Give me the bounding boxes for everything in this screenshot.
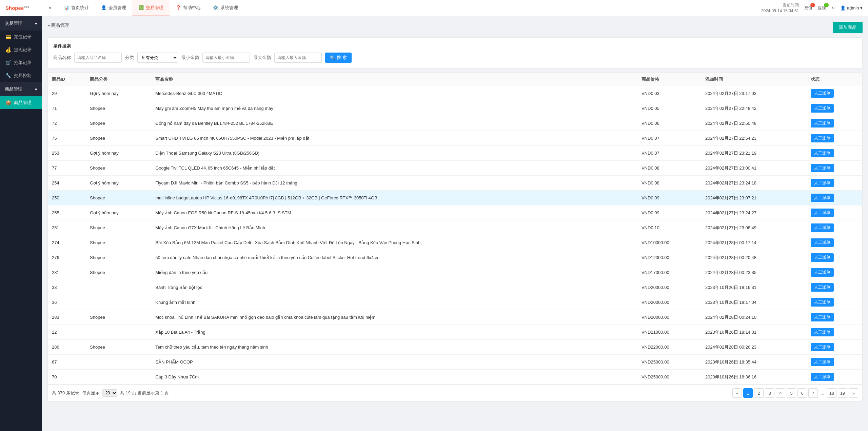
nav-item-home[interactable]: 📊 首页统计 xyxy=(58,0,95,16)
action-button[interactable]: 人工派单 xyxy=(811,298,834,307)
category-select[interactable]: 所有分类 xyxy=(137,53,178,63)
cell-id: 36 xyxy=(48,295,86,310)
action-button[interactable]: 人工派单 xyxy=(811,268,834,277)
table-row: 77 Shopee Google Tivi TCL QLED 4K 65 inc… xyxy=(48,161,862,176)
action-button[interactable]: 人工派单 xyxy=(811,373,834,381)
min-price-input[interactable] xyxy=(202,53,250,63)
cell-price: VND0.09 xyxy=(637,191,701,205)
page-19-button[interactable]: 19 xyxy=(838,388,847,398)
cell-time: 2024年02月27日 23:00:41 xyxy=(701,161,807,176)
max-price-input[interactable] xyxy=(274,53,322,63)
page-6-button[interactable]: 6 xyxy=(797,388,807,398)
user-menu[interactable]: 👤 admin ▾ xyxy=(840,5,863,11)
sidebar-item-charge-record[interactable]: 💳 充值记录 xyxy=(0,31,42,43)
cell-name: 50 tem dán ly cafe Nhãn dán chai nhựa cà… xyxy=(151,250,637,265)
page-3-button[interactable]: 3 xyxy=(765,388,774,398)
action-button[interactable]: 人工派单 xyxy=(811,164,834,172)
action-button[interactable]: 人工派单 xyxy=(811,179,834,187)
action-button[interactable]: 人工派单 xyxy=(811,358,834,366)
cell-time: 2024年02月27日 23:07:21 xyxy=(701,191,807,205)
table-row: 36 Khung ảnh mắt kính VND20000.00 2023年1… xyxy=(48,295,862,310)
nav-item-member[interactable]: 👤 会员管理 xyxy=(95,0,132,16)
page-4-button[interactable]: 4 xyxy=(776,388,785,398)
sidebar-item-product-manage[interactable]: 📦 商品管理 xyxy=(0,96,42,109)
refresh-action[interactable]: ↻ xyxy=(831,6,835,11)
cell-time: 2023年10月26日 18:14:01 xyxy=(701,325,807,340)
cell-action: 人工派单 xyxy=(807,250,862,265)
sidebar-item-withdraw-record[interactable]: 💰 提现记录 xyxy=(0,43,42,56)
sidebar-group-product: 商品管理 ▾ 📦 商品管理 xyxy=(0,82,42,109)
nav-item-system[interactable]: ⚙️ 系统管理 xyxy=(207,0,244,16)
action-button[interactable]: 人工派单 xyxy=(811,328,834,336)
filter-title: 条件搜索 xyxy=(53,43,857,49)
cell-name: Khung ảnh mắt kính xyxy=(151,295,637,310)
col-category: 商品分类 xyxy=(86,73,151,86)
action-button[interactable]: 人工派单 xyxy=(811,313,834,321)
cell-time: 2024年02月27日 22:54:23 xyxy=(701,131,807,146)
action-button[interactable]: 人工派单 xyxy=(811,134,834,142)
next-page-button[interactable]: » xyxy=(849,388,858,398)
pagination-bar: 共 370 条记录 每页显示 20 共 19 页,当前显示第 1 页 «1234… xyxy=(48,385,862,401)
cell-time: 2024年02月28日 00:20:48 xyxy=(701,250,807,265)
cell-price: VND0.03 xyxy=(637,86,701,101)
col-status: 状态 xyxy=(807,73,862,86)
cell-category xyxy=(86,280,151,295)
prev-page-button[interactable]: « xyxy=(732,388,742,398)
page-1-button[interactable]: 1 xyxy=(743,388,753,398)
product-name-input[interactable] xyxy=(74,53,122,63)
cell-name: Smart UHD Tivi LG 65 inch 4K 65UR7550PSC… xyxy=(151,131,637,146)
sidebar-item-trade-control[interactable]: 🔧 交易控制 xyxy=(0,69,42,82)
table-body: 29 Gợi ý hôm nay Mercedes-Benz GLC 300 4… xyxy=(48,86,862,385)
cell-category xyxy=(86,355,151,370)
nav-item-trade[interactable]: 💹 交易管理 xyxy=(132,0,170,16)
cell-price: VND0.08 xyxy=(637,161,701,176)
cell-name: Flycam DJI Mavic Mini - Phiên bản Combo … xyxy=(151,176,637,191)
table-row: 67 SẢN PHẨM OCOP VND25000.00 2023年10月26日… xyxy=(48,355,862,370)
action-button[interactable]: 人工派单 xyxy=(811,283,834,292)
action-button[interactable]: 人工派单 xyxy=(811,343,834,351)
action-button[interactable]: 人工派单 xyxy=(811,89,834,98)
table-row: 276 Shopee 50 tem dán ly cafe Nhãn dán c… xyxy=(48,250,862,265)
cell-action: 人工派单 xyxy=(807,220,862,235)
sidebar-group-trade-title[interactable]: 交易管理 ▾ xyxy=(0,16,42,31)
table-row: 29 Gợi ý hôm nay Mercedes-Benz GLC 300 4… xyxy=(48,86,862,101)
trade-icon: 💹 xyxy=(138,5,144,10)
cell-price: VND12000.00 xyxy=(637,250,701,265)
page-7-button[interactable]: 7 xyxy=(808,388,818,398)
max-price-label: 最大金额 xyxy=(253,55,271,61)
per-page-select[interactable]: 20 xyxy=(102,389,117,397)
action-button[interactable]: 人工派单 xyxy=(811,253,834,262)
cell-time: 2023年10月26日 18:16:31 xyxy=(701,280,807,295)
cell-time: 2024年02月27日 23:08:49 xyxy=(701,220,807,235)
cell-id: 286 xyxy=(48,340,86,355)
page-5-button[interactable]: 5 xyxy=(787,388,796,398)
table-row: 71 Shopee Máy ghi âm ZoomH5 Máy thu âm m… xyxy=(48,101,862,116)
action-button[interactable]: 人工派单 xyxy=(811,238,834,247)
action-button[interactable]: 人工派单 xyxy=(811,149,834,157)
add-product-button[interactable]: 添加商品 xyxy=(833,22,863,33)
action-button[interactable]: 人工派单 xyxy=(811,104,834,113)
cell-price: VND0.06 xyxy=(637,116,701,131)
cell-name: Google Tivi TCL QLED 4K 65 inch 65C645 -… xyxy=(151,161,637,176)
cell-name: Tem chữ theo yêu cầu, tem theo tên ngày … xyxy=(151,340,637,355)
cell-category: Shopee xyxy=(86,161,151,176)
pagination-info: 共 370 条记录 每页显示 20 共 19 页,当前显示第 1 页 xyxy=(52,389,169,397)
cell-time: 2023年10月26日 18:36:16 xyxy=(701,370,807,385)
charge-action[interactable]: 充值 1 xyxy=(804,5,812,11)
action-button[interactable]: 人工派单 xyxy=(811,209,834,217)
col-name: 商品名称 xyxy=(151,73,637,86)
cell-id: 72 xyxy=(48,116,86,131)
withdraw-action[interactable]: 提现 0 xyxy=(818,5,826,11)
nav-item-menu[interactable]: ≡ xyxy=(43,0,58,16)
action-button[interactable]: 人工派单 xyxy=(811,119,834,128)
cell-category: Shopee xyxy=(86,310,151,325)
page-2-button[interactable]: 2 xyxy=(754,388,764,398)
col-time: 添加时间 xyxy=(701,73,807,86)
sidebar-item-order-record[interactable]: 🛒 抢单记录 xyxy=(0,56,42,69)
action-button[interactable]: 人工派单 xyxy=(811,223,834,232)
action-button[interactable]: 人工派单 xyxy=(811,194,834,202)
nav-item-help[interactable]: ❓ 帮助中心 xyxy=(170,0,207,16)
sidebar-group-product-title[interactable]: 商品管理 ▾ xyxy=(0,82,42,96)
search-button[interactable]: 🔍 搜 索 xyxy=(325,53,352,63)
page-18-button[interactable]: 18 xyxy=(827,388,836,398)
